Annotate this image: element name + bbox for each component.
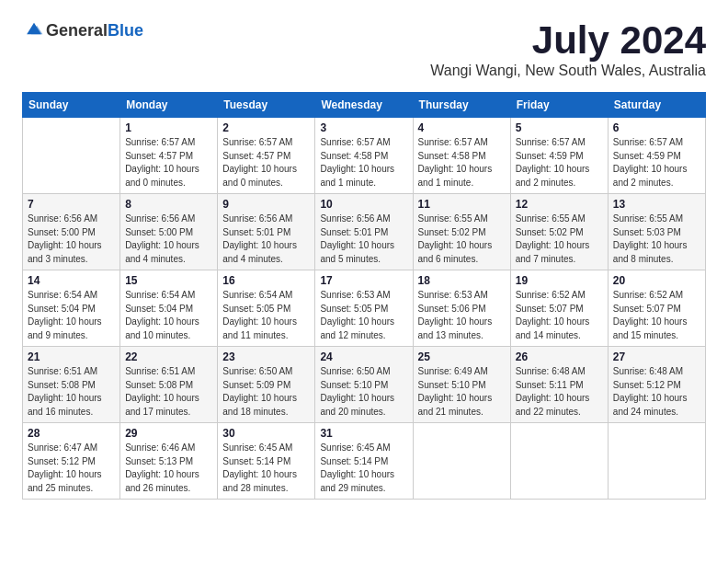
day-detail: Sunrise: 6:57 AM Sunset: 4:58 PM Dayligh… <box>320 136 407 190</box>
day-number: 26 <box>516 350 603 363</box>
calendar-cell: 6Sunrise: 6:57 AM Sunset: 4:59 PM Daylig… <box>608 118 705 194</box>
logo: GeneralBlue <box>22 18 143 42</box>
calendar-week-row: 7Sunrise: 6:56 AM Sunset: 5:00 PM Daylig… <box>23 194 706 270</box>
location-title: Wangi Wangi, New South Wales, Australia <box>430 63 706 79</box>
day-number: 21 <box>28 350 115 363</box>
calendar-week-row: 14Sunrise: 6:54 AM Sunset: 5:04 PM Dayli… <box>23 270 706 347</box>
day-detail: Sunrise: 6:49 AM Sunset: 5:10 PM Dayligh… <box>418 365 506 419</box>
day-number: 15 <box>125 274 212 287</box>
day-detail: Sunrise: 6:53 AM Sunset: 5:06 PM Dayligh… <box>418 289 506 342</box>
calendar-cell: 18Sunrise: 6:53 AM Sunset: 5:06 PM Dayli… <box>413 270 510 347</box>
day-number: 3 <box>320 121 407 134</box>
calendar-week-row: 28Sunrise: 6:47 AM Sunset: 5:12 PM Dayli… <box>23 423 706 500</box>
calendar-cell: 1Sunrise: 6:57 AM Sunset: 4:57 PM Daylig… <box>120 118 218 194</box>
day-detail: Sunrise: 6:56 AM Sunset: 5:00 PM Dayligh… <box>28 213 115 266</box>
weekday-header-friday: Friday <box>510 93 608 118</box>
day-number: 10 <box>320 198 407 211</box>
calendar-cell <box>413 423 510 500</box>
day-detail: Sunrise: 6:55 AM Sunset: 5:03 PM Dayligh… <box>613 213 700 266</box>
day-number: 1 <box>125 121 212 134</box>
calendar-cell: 25Sunrise: 6:49 AM Sunset: 5:10 PM Dayli… <box>413 347 510 423</box>
calendar-cell: 12Sunrise: 6:55 AM Sunset: 5:02 PM Dayli… <box>510 194 608 270</box>
calendar-cell: 9Sunrise: 6:56 AM Sunset: 5:01 PM Daylig… <box>218 194 315 270</box>
day-detail: Sunrise: 6:45 AM Sunset: 5:14 PM Dayligh… <box>320 442 407 495</box>
day-detail: Sunrise: 6:57 AM Sunset: 4:59 PM Dayligh… <box>613 136 700 190</box>
day-number: 22 <box>125 350 212 363</box>
calendar-cell: 14Sunrise: 6:54 AM Sunset: 5:04 PM Dayli… <box>23 270 120 347</box>
day-number: 8 <box>125 198 212 211</box>
calendar-week-row: 21Sunrise: 6:51 AM Sunset: 5:08 PM Dayli… <box>23 347 706 423</box>
day-detail: Sunrise: 6:56 AM Sunset: 5:01 PM Dayligh… <box>320 213 407 266</box>
day-detail: Sunrise: 6:50 AM Sunset: 5:10 PM Dayligh… <box>320 365 407 419</box>
day-number: 25 <box>418 350 506 363</box>
day-number: 6 <box>613 121 700 134</box>
calendar-cell: 20Sunrise: 6:52 AM Sunset: 5:07 PM Dayli… <box>608 270 705 347</box>
day-detail: Sunrise: 6:55 AM Sunset: 5:02 PM Dayligh… <box>516 213 603 266</box>
day-number: 23 <box>222 350 310 363</box>
day-number: 7 <box>28 198 115 211</box>
weekday-header-tuesday: Tuesday <box>218 93 315 118</box>
day-number: 30 <box>222 427 310 440</box>
day-detail: Sunrise: 6:54 AM Sunset: 5:04 PM Dayligh… <box>28 289 115 342</box>
day-detail: Sunrise: 6:46 AM Sunset: 5:13 PM Dayligh… <box>125 442 212 495</box>
title-block: July 2024 Wangi Wangi, New South Wales, … <box>430 18 706 88</box>
day-number: 29 <box>125 427 212 440</box>
calendar-cell: 31Sunrise: 6:45 AM Sunset: 5:14 PM Dayli… <box>315 423 413 500</box>
calendar-cell: 16Sunrise: 6:54 AM Sunset: 5:05 PM Dayli… <box>218 270 315 347</box>
day-detail: Sunrise: 6:56 AM Sunset: 5:00 PM Dayligh… <box>125 213 212 266</box>
day-detail: Sunrise: 6:56 AM Sunset: 5:01 PM Dayligh… <box>222 213 310 266</box>
day-number: 27 <box>613 350 700 363</box>
calendar-cell: 8Sunrise: 6:56 AM Sunset: 5:00 PM Daylig… <box>120 194 218 270</box>
calendar-week-row: 1Sunrise: 6:57 AM Sunset: 4:57 PM Daylig… <box>23 118 706 194</box>
day-number: 28 <box>28 427 115 440</box>
weekday-header-thursday: Thursday <box>413 93 510 118</box>
day-number: 12 <box>516 198 603 211</box>
calendar-cell: 27Sunrise: 6:48 AM Sunset: 5:12 PM Dayli… <box>608 347 705 423</box>
weekday-header-monday: Monday <box>120 93 218 118</box>
day-detail: Sunrise: 6:52 AM Sunset: 5:07 PM Dayligh… <box>613 289 700 342</box>
calendar-cell: 7Sunrise: 6:56 AM Sunset: 5:00 PM Daylig… <box>23 194 120 270</box>
calendar-cell: 28Sunrise: 6:47 AM Sunset: 5:12 PM Dayli… <box>23 423 120 500</box>
day-detail: Sunrise: 6:51 AM Sunset: 5:08 PM Dayligh… <box>28 365 115 419</box>
calendar-cell: 15Sunrise: 6:54 AM Sunset: 5:04 PM Dayli… <box>120 270 218 347</box>
day-detail: Sunrise: 6:48 AM Sunset: 5:11 PM Dayligh… <box>516 365 603 419</box>
day-number: 5 <box>516 121 603 134</box>
calendar-cell: 21Sunrise: 6:51 AM Sunset: 5:08 PM Dayli… <box>23 347 120 423</box>
page-header: GeneralBlue July 2024 Wangi Wangi, New S… <box>22 18 706 88</box>
weekday-header-saturday: Saturday <box>608 93 705 118</box>
day-number: 11 <box>418 198 506 211</box>
day-detail: Sunrise: 6:57 AM Sunset: 4:58 PM Dayligh… <box>418 136 506 190</box>
day-detail: Sunrise: 6:53 AM Sunset: 5:05 PM Dayligh… <box>320 289 407 342</box>
logo-text: GeneralBlue <box>46 21 143 40</box>
calendar-cell: 11Sunrise: 6:55 AM Sunset: 5:02 PM Dayli… <box>413 194 510 270</box>
day-detail: Sunrise: 6:55 AM Sunset: 5:02 PM Dayligh… <box>418 213 506 266</box>
calendar-cell: 29Sunrise: 6:46 AM Sunset: 5:13 PM Dayli… <box>120 423 218 500</box>
calendar-cell <box>23 118 120 194</box>
day-detail: Sunrise: 6:50 AM Sunset: 5:09 PM Dayligh… <box>222 365 310 419</box>
day-detail: Sunrise: 6:57 AM Sunset: 4:57 PM Dayligh… <box>125 136 212 190</box>
calendar-cell: 2Sunrise: 6:57 AM Sunset: 4:57 PM Daylig… <box>218 118 315 194</box>
day-detail: Sunrise: 6:45 AM Sunset: 5:14 PM Dayligh… <box>222 442 310 495</box>
calendar-cell <box>608 423 705 500</box>
calendar-cell: 23Sunrise: 6:50 AM Sunset: 5:09 PM Dayli… <box>218 347 315 423</box>
day-number: 9 <box>222 198 310 211</box>
calendar-cell: 13Sunrise: 6:55 AM Sunset: 5:03 PM Dayli… <box>608 194 705 270</box>
day-detail: Sunrise: 6:47 AM Sunset: 5:12 PM Dayligh… <box>28 442 115 495</box>
day-number: 14 <box>28 274 115 287</box>
day-number: 16 <box>222 274 310 287</box>
day-detail: Sunrise: 6:54 AM Sunset: 5:05 PM Dayligh… <box>222 289 310 342</box>
calendar-cell: 26Sunrise: 6:48 AM Sunset: 5:11 PM Dayli… <box>510 347 608 423</box>
calendar-cell: 30Sunrise: 6:45 AM Sunset: 5:14 PM Dayli… <box>218 423 315 500</box>
day-number: 2 <box>222 121 310 134</box>
day-detail: Sunrise: 6:48 AM Sunset: 5:12 PM Dayligh… <box>613 365 700 419</box>
day-number: 18 <box>418 274 506 287</box>
day-detail: Sunrise: 6:52 AM Sunset: 5:07 PM Dayligh… <box>516 289 603 342</box>
calendar-cell: 5Sunrise: 6:57 AM Sunset: 4:59 PM Daylig… <box>510 118 608 194</box>
day-number: 24 <box>320 350 407 363</box>
calendar-cell: 3Sunrise: 6:57 AM Sunset: 4:58 PM Daylig… <box>315 118 413 194</box>
day-number: 17 <box>320 274 407 287</box>
calendar-header-row: SundayMondayTuesdayWednesdayThursdayFrid… <box>23 93 706 118</box>
logo-mark <box>22 18 44 42</box>
day-number: 4 <box>418 121 506 134</box>
day-detail: Sunrise: 6:57 AM Sunset: 4:59 PM Dayligh… <box>516 136 603 190</box>
